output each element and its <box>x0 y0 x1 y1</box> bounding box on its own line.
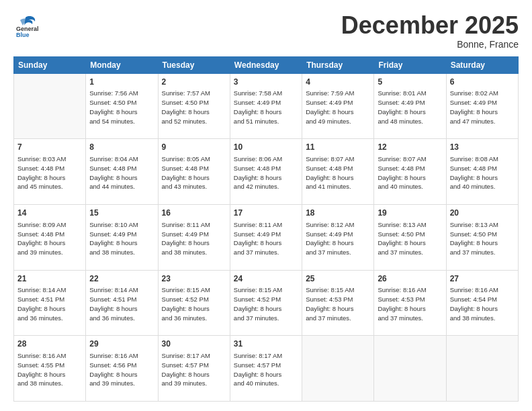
weekday-header-saturday: Saturday <box>446 56 518 73</box>
cell-info: Sunrise: 8:14 AM Sunset: 4:51 PM Dayligh… <box>17 285 82 322</box>
week-row-1: 1Sunrise: 7:56 AM Sunset: 4:50 PM Daylig… <box>14 73 519 139</box>
page: General Blue December 2025 Bonne, France… <box>0 0 532 411</box>
cell-info: Sunrise: 8:13 AM Sunset: 4:50 PM Dayligh… <box>378 220 442 257</box>
calendar-cell <box>14 73 86 139</box>
cell-info: Sunrise: 8:08 AM Sunset: 4:48 PM Dayligh… <box>450 154 515 191</box>
day-number: 11 <box>306 142 370 153</box>
weekday-header-thursday: Thursday <box>302 56 374 73</box>
calendar-cell: 13Sunrise: 8:08 AM Sunset: 4:48 PM Dayli… <box>446 139 518 205</box>
cell-info: Sunrise: 8:15 AM Sunset: 4:53 PM Dayligh… <box>306 285 370 322</box>
calendar-cell: 29Sunrise: 8:16 AM Sunset: 4:56 PM Dayli… <box>86 336 158 402</box>
cell-info: Sunrise: 8:01 AM Sunset: 4:49 PM Dayligh… <box>378 89 442 126</box>
day-number: 18 <box>306 208 370 219</box>
cell-info: Sunrise: 8:16 AM Sunset: 4:53 PM Dayligh… <box>378 285 442 322</box>
logo: General Blue <box>13 12 39 39</box>
day-number: 15 <box>89 208 154 219</box>
cell-info: Sunrise: 8:15 AM Sunset: 4:52 PM Dayligh… <box>162 285 226 322</box>
day-number: 7 <box>17 142 82 153</box>
calendar-cell: 16Sunrise: 8:11 AM Sunset: 4:49 PM Dayli… <box>158 204 230 270</box>
month-title: December 2025 <box>341 12 519 39</box>
calendar-cell: 3Sunrise: 7:58 AM Sunset: 4:49 PM Daylig… <box>230 73 302 139</box>
calendar-cell: 6Sunrise: 8:02 AM Sunset: 4:49 PM Daylig… <box>446 73 518 139</box>
calendar-table: SundayMondayTuesdayWednesdayThursdayFrid… <box>13 56 519 402</box>
weekday-header-sunday: Sunday <box>14 56 86 73</box>
cell-info: Sunrise: 8:16 AM Sunset: 4:55 PM Dayligh… <box>17 351 82 388</box>
calendar-cell: 23Sunrise: 8:15 AM Sunset: 4:52 PM Dayli… <box>158 270 230 336</box>
week-row-2: 7Sunrise: 8:03 AM Sunset: 4:48 PM Daylig… <box>14 139 519 205</box>
day-number: 23 <box>162 273 226 285</box>
cell-info: Sunrise: 8:09 AM Sunset: 4:48 PM Dayligh… <box>17 220 82 257</box>
calendar-cell: 9Sunrise: 8:05 AM Sunset: 4:48 PM Daylig… <box>158 139 230 205</box>
cell-info: Sunrise: 8:10 AM Sunset: 4:49 PM Dayligh… <box>89 220 154 257</box>
day-number: 1 <box>89 77 154 88</box>
calendar-cell: 27Sunrise: 8:16 AM Sunset: 4:54 PM Dayli… <box>446 270 518 336</box>
day-number: 16 <box>162 208 226 219</box>
cell-info: Sunrise: 8:05 AM Sunset: 4:48 PM Dayligh… <box>162 154 226 191</box>
calendar-cell: 31Sunrise: 8:17 AM Sunset: 4:57 PM Dayli… <box>230 336 302 402</box>
calendar-cell: 20Sunrise: 8:13 AM Sunset: 4:50 PM Dayli… <box>446 204 518 270</box>
cell-info: Sunrise: 7:59 AM Sunset: 4:49 PM Dayligh… <box>306 89 370 126</box>
calendar-cell: 11Sunrise: 8:07 AM Sunset: 4:48 PM Dayli… <box>302 139 374 205</box>
cell-info: Sunrise: 7:57 AM Sunset: 4:50 PM Dayligh… <box>162 89 226 126</box>
day-number: 21 <box>17 273 82 285</box>
weekday-header-wednesday: Wednesday <box>230 56 302 73</box>
cell-info: Sunrise: 7:58 AM Sunset: 4:49 PM Dayligh… <box>234 89 298 126</box>
calendar-cell: 19Sunrise: 8:13 AM Sunset: 4:50 PM Dayli… <box>374 204 446 270</box>
cell-info: Sunrise: 8:12 AM Sunset: 4:49 PM Dayligh… <box>306 220 370 257</box>
calendar-cell: 7Sunrise: 8:03 AM Sunset: 4:48 PM Daylig… <box>14 139 86 205</box>
day-number: 6 <box>450 77 515 88</box>
calendar-cell: 17Sunrise: 8:11 AM Sunset: 4:49 PM Dayli… <box>230 204 302 270</box>
cell-info: Sunrise: 8:16 AM Sunset: 4:56 PM Dayligh… <box>89 351 154 388</box>
day-number: 14 <box>17 208 82 219</box>
cell-info: Sunrise: 8:06 AM Sunset: 4:48 PM Dayligh… <box>234 154 298 191</box>
day-number: 22 <box>89 273 154 285</box>
title-block: December 2025 Bonne, France <box>341 12 519 50</box>
week-row-3: 14Sunrise: 8:09 AM Sunset: 4:48 PM Dayli… <box>14 204 519 270</box>
calendar-cell: 24Sunrise: 8:15 AM Sunset: 4:52 PM Dayli… <box>230 270 302 336</box>
day-number: 10 <box>234 142 298 153</box>
day-number: 3 <box>234 77 298 88</box>
svg-text:Blue: Blue <box>16 32 30 38</box>
calendar-cell: 8Sunrise: 8:04 AM Sunset: 4:48 PM Daylig… <box>86 139 158 205</box>
day-number: 12 <box>378 142 442 153</box>
location: Bonne, France <box>341 39 519 50</box>
calendar-cell <box>374 336 446 402</box>
calendar-cell: 21Sunrise: 8:14 AM Sunset: 4:51 PM Dayli… <box>14 270 86 336</box>
day-number: 27 <box>450 273 515 285</box>
day-number: 28 <box>17 338 82 350</box>
calendar-cell: 4Sunrise: 7:59 AM Sunset: 4:49 PM Daylig… <box>302 73 374 139</box>
day-number: 19 <box>378 208 442 219</box>
header: General Blue December 2025 Bonne, France <box>13 12 519 50</box>
day-number: 9 <box>162 142 226 153</box>
cell-info: Sunrise: 8:14 AM Sunset: 4:51 PM Dayligh… <box>89 285 154 322</box>
day-number: 25 <box>306 273 370 285</box>
cell-info: Sunrise: 8:11 AM Sunset: 4:49 PM Dayligh… <box>234 220 298 257</box>
calendar-cell: 28Sunrise: 8:16 AM Sunset: 4:55 PM Dayli… <box>14 336 86 402</box>
calendar-cell: 2Sunrise: 7:57 AM Sunset: 4:50 PM Daylig… <box>158 73 230 139</box>
weekday-header-row: SundayMondayTuesdayWednesdayThursdayFrid… <box>14 56 519 73</box>
day-number: 20 <box>450 208 515 219</box>
cell-info: Sunrise: 8:03 AM Sunset: 4:48 PM Dayligh… <box>17 154 82 191</box>
cell-info: Sunrise: 8:02 AM Sunset: 4:49 PM Dayligh… <box>450 89 515 126</box>
calendar-cell: 12Sunrise: 8:07 AM Sunset: 4:48 PM Dayli… <box>374 139 446 205</box>
calendar-cell: 30Sunrise: 8:17 AM Sunset: 4:57 PM Dayli… <box>158 336 230 402</box>
cell-info: Sunrise: 8:16 AM Sunset: 4:54 PM Dayligh… <box>450 285 515 322</box>
day-number: 2 <box>162 77 226 88</box>
week-row-5: 28Sunrise: 8:16 AM Sunset: 4:55 PM Dayli… <box>14 336 519 402</box>
day-number: 26 <box>378 273 442 285</box>
day-number: 31 <box>234 338 298 350</box>
weekday-header-monday: Monday <box>86 56 158 73</box>
cell-info: Sunrise: 8:07 AM Sunset: 4:48 PM Dayligh… <box>306 154 370 191</box>
calendar-cell <box>446 336 518 402</box>
cell-info: Sunrise: 8:17 AM Sunset: 4:57 PM Dayligh… <box>162 351 226 388</box>
day-number: 4 <box>306 77 370 88</box>
day-number: 29 <box>89 338 154 350</box>
weekday-header-friday: Friday <box>374 56 446 73</box>
day-number: 24 <box>234 273 298 285</box>
day-number: 17 <box>234 208 298 219</box>
day-number: 8 <box>89 142 154 153</box>
calendar-cell: 18Sunrise: 8:12 AM Sunset: 4:49 PM Dayli… <box>302 204 374 270</box>
calendar-cell: 14Sunrise: 8:09 AM Sunset: 4:48 PM Dayli… <box>14 204 86 270</box>
day-number: 13 <box>450 142 515 153</box>
logo-icon: General Blue <box>13 12 39 39</box>
